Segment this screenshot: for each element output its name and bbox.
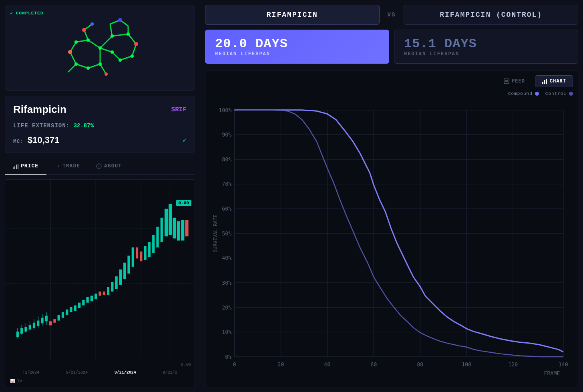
svg-rect-63: [33, 323, 35, 328]
svg-line-8: [76, 40, 88, 42]
svg-rect-85: [123, 263, 126, 279]
control-card[interactable]: RIFAMPICIN (CONTROL): [404, 5, 578, 25]
ticker: $RIF: [171, 106, 187, 113]
svg-text:80%: 80%: [222, 157, 231, 163]
svg-rect-91: [148, 242, 151, 257]
svg-rect-72: [70, 307, 72, 312]
svg-rect-82: [111, 282, 113, 291]
compound-card[interactable]: RIFAMPICIN: [205, 5, 380, 25]
svg-text:40: 40: [324, 362, 330, 368]
svg-rect-65: [41, 318, 43, 324]
svg-text:FRAME: FRAME: [544, 370, 560, 376]
svg-rect-95: [165, 209, 168, 236]
svg-line-11: [76, 64, 88, 68]
svg-point-23: [68, 50, 72, 54]
date-1: :1/2024: [22, 370, 39, 375]
svg-point-26: [118, 18, 122, 22]
svg-line-12: [88, 64, 100, 68]
svg-point-31: [131, 54, 134, 58]
control-dot: [569, 92, 573, 96]
svg-rect-92: [152, 235, 155, 253]
svg-rect-60: [20, 328, 23, 334]
compound-dot: [535, 92, 539, 96]
svg-line-7: [88, 40, 100, 48]
left-panel: COMPLETED: [0, 0, 200, 392]
svg-rect-83: [115, 276, 118, 289]
svg-text:SURVIVAL RATE: SURVIVAL RATE: [213, 215, 218, 253]
svg-rect-69: [58, 315, 60, 321]
tab-trade-label: TRADE: [62, 163, 80, 169]
control-stat-label: MEDIAN LIFESPAN: [404, 51, 477, 57]
chart-button[interactable]: CHART: [535, 75, 573, 87]
svg-rect-96: [169, 204, 172, 235]
svg-text:100%: 100%: [219, 107, 231, 113]
svg-rect-78: [94, 293, 97, 299]
tab-price-label: PRICE: [21, 163, 38, 169]
price-tag: 0.00: [176, 200, 191, 206]
life-extension-row: LIFE EXTENSION: 32.87%: [13, 122, 187, 129]
svg-point-45: [99, 165, 99, 165]
svg-point-29: [111, 34, 114, 38]
feed-label: FEED: [512, 78, 525, 84]
legend-compound: Compound: [508, 91, 539, 96]
feed-button[interactable]: FEED: [497, 75, 532, 87]
tab-price[interactable]: PRICE: [5, 158, 46, 175]
svg-point-35: [74, 62, 78, 66]
svg-line-10: [70, 52, 76, 64]
svg-point-25: [105, 72, 108, 76]
svg-text:0: 0: [233, 362, 236, 368]
right-panel: RIFAMPICIN VS RIFAMPICIN (CONTROL) 20.0 …: [200, 0, 583, 392]
control-legend-label: Control: [545, 91, 567, 96]
tab-trade[interactable]: TRADE: [46, 158, 88, 175]
svg-rect-62: [29, 325, 31, 330]
survival-chart-panel: FEED CHART Compound Control: [205, 70, 578, 387]
chart-legend: Compound Control: [210, 91, 573, 96]
date-3: 9/21/2024: [115, 370, 136, 375]
svg-rect-41: [16, 165, 17, 169]
completed-badge: COMPLETED: [10, 10, 43, 16]
date-4: 9/21/2: [163, 370, 177, 375]
svg-point-37: [99, 62, 102, 66]
tabs-row: PRICE TRADE ABOUT: [5, 158, 195, 175]
survival-curve-svg: 100% 90% 80% 70% 60% 50% 40% 30% 20% 10%…: [210, 99, 573, 382]
svg-rect-102: [504, 79, 509, 84]
svg-text:60: 60: [370, 362, 377, 368]
svg-line-14: [110, 24, 112, 36]
drug-name-row: Rifampicin $RIF: [13, 103, 187, 116]
tab-about[interactable]: ABOUT: [88, 158, 130, 175]
svg-rect-70: [62, 312, 64, 318]
compound-stat-days: 20.0 DAYS MEDIAN LIFESPAN: [215, 36, 288, 57]
svg-point-38: [111, 50, 114, 54]
svg-point-22: [134, 42, 138, 46]
control-stat-card: 15.1 DAYS MEDIAN LIFESPAN: [394, 30, 578, 64]
svg-rect-40: [14, 166, 15, 169]
svg-text:140: 140: [559, 362, 568, 368]
svg-line-4: [120, 56, 132, 60]
price-icon: [13, 163, 18, 169]
tradingview-badge: 📊 TV: [10, 379, 22, 384]
svg-rect-42: [18, 164, 18, 169]
svg-rect-68: [53, 319, 56, 323]
svg-rect-89: [140, 251, 142, 261]
chart-label: CHART: [550, 78, 566, 84]
info-card: Rifampicin $RIF LIFE EXTENSION: 32.87% M…: [5, 96, 195, 153]
compound-days-value: 20.0 DAYS: [215, 36, 288, 51]
svg-rect-80: [103, 291, 105, 295]
svg-rect-90: [144, 246, 147, 259]
vs-label: VS: [384, 12, 399, 18]
mc-check-icon: ✓: [183, 136, 187, 144]
price-chart-svg: [5, 180, 195, 387]
svg-text:10%: 10%: [222, 329, 231, 335]
control-label: RIFAMPICIN (CONTROL): [440, 11, 542, 19]
compound-days-num: 20.0 DAYS: [215, 36, 288, 51]
svg-point-27: [90, 22, 94, 26]
svg-text:60%: 60%: [222, 206, 231, 212]
chart-icon: [542, 78, 547, 84]
stats-row: 20.0 DAYS MEDIAN LIFESPAN 15.1 DAYS MEDI…: [205, 30, 578, 64]
svg-rect-100: [185, 220, 188, 236]
info-icon: [96, 163, 102, 169]
svg-point-33: [86, 38, 90, 42]
mc-group: MC: $10,371: [13, 135, 60, 145]
svg-text:120: 120: [508, 362, 518, 368]
svg-rect-73: [74, 306, 76, 311]
